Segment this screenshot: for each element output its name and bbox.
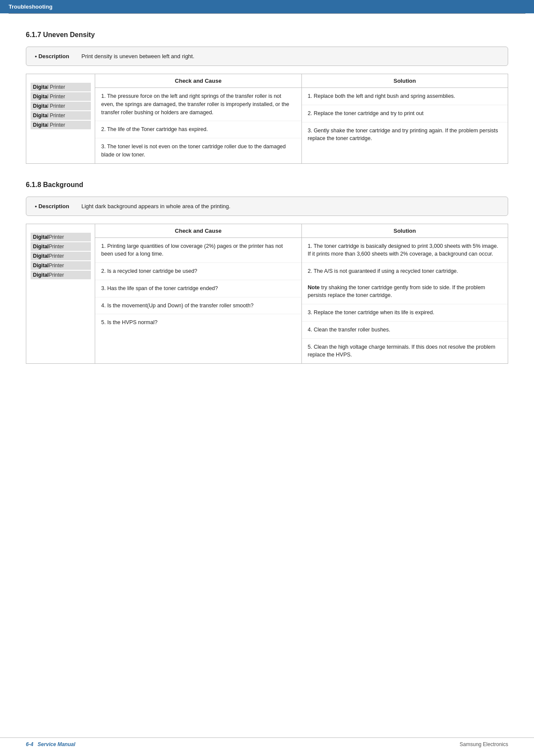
solution-item-617-1: 1. Replace both the left and right bush … — [302, 88, 508, 105]
section-618-table: Digital Printer Digital Printer Digital … — [26, 224, 508, 364]
col-header-check-618: Check and Cause — [95, 224, 302, 237]
printer-row-618-4: Digital Printer — [31, 261, 91, 270]
main-content: 6.1.7 Uneven Density • Description Print… — [0, 14, 534, 381]
check-item-617-1: 1. The pressure force on the left and ri… — [95, 88, 301, 121]
printer-row-3: Digital Printer — [31, 102, 91, 110]
section-618-title: 6.1.8 Background — [26, 181, 508, 189]
section-617-col-headers: Check and Cause Solution — [95, 74, 508, 88]
check-item-618-4: 4. Is the movement(Up and Down) of the t… — [95, 297, 301, 315]
check-item-618-1: 1. Printing large quantities of low cove… — [95, 238, 301, 263]
section-618-content-cols: Check and Cause Solution 1. Printing lar… — [95, 224, 508, 364]
check-item-617-3: 3. The toner level is not even on the to… — [95, 138, 301, 163]
section-617-printer-col: Digital Printer Digital Printer Digital … — [26, 74, 95, 163]
solution-item-617-3: 3. Gently shake the toner cartridge and … — [302, 122, 508, 147]
section-617-printer-image: Digital Printer Digital Printer Digital … — [31, 83, 91, 129]
printer-row-4: Digital Printer — [31, 111, 91, 120]
section-618-printer-image: Digital Printer Digital Printer Digital … — [31, 233, 91, 279]
section-618: 6.1.8 Background • Description Light dar… — [26, 181, 508, 364]
check-item-617-2: 2. The life of the Toner cartridge has e… — [95, 121, 301, 138]
section-617: 6.1.7 Uneven Density • Description Print… — [26, 31, 508, 164]
footer-manual: Service Manual — [37, 741, 75, 747]
section-618-printer-col: Digital Printer Digital Printer Digital … — [26, 224, 95, 364]
section-618-solution-col: 1. The toner cartridge is basically desi… — [302, 238, 508, 364]
section-617-desc-label: • Description — [35, 53, 78, 59]
printer-row-2: Digital Printer — [31, 92, 91, 101]
section-617-check-col: 1. The pressure force on the left and ri… — [95, 88, 302, 163]
printer-row-618-1: Digital Printer — [31, 233, 91, 241]
printer-row-618-5: Digital Printer — [31, 271, 91, 279]
section-617-data-rows: 1. The pressure force on the left and ri… — [95, 88, 508, 163]
section-617-solution-col: 1. Replace both the left and right bush … — [302, 88, 508, 163]
section-618-desc-box: • Description Light dark background appe… — [26, 197, 508, 216]
printer-row-618-2: Digital Printer — [31, 242, 91, 251]
check-item-618-2: 2. Is a recycled toner cartridge be used… — [95, 263, 301, 280]
printer-row-618-3: Digital Printer — [31, 252, 91, 260]
solution-item-618-1: 1. The toner cartridge is basically desi… — [302, 238, 508, 263]
footer-page: 6-4 — [26, 741, 33, 747]
solution-item-618-2: 2. The A/S is not guaranteed if using a … — [302, 263, 508, 304]
footer-right: Samsung Electronics — [459, 741, 508, 747]
footer-left: 6-4 Service Manual — [26, 741, 75, 747]
printer-row-5: Digital Printer — [31, 121, 91, 129]
section-618-data-rows: 1. Printing large quantities of low cove… — [95, 238, 508, 364]
solution-item-618-3: 3. Replace the toner cartridge when its … — [302, 304, 508, 322]
footer: 6-4 Service Manual Samsung Electronics — [0, 737, 534, 747]
section-617-desc-text: Print density is uneven between left and… — [81, 53, 194, 59]
header-bar: Troubleshooting — [0, 0, 534, 13]
header-label: Troubleshooting — [9, 3, 53, 10]
section-618-col-headers: Check and Cause Solution — [95, 224, 508, 238]
printer-row-1: Digital Printer — [31, 83, 91, 91]
check-item-618-5: 5. Is the HVPS normal? — [95, 314, 301, 331]
section-617-title: 6.1.7 Uneven Density — [26, 31, 508, 39]
section-618-desc-text: Light dark background appears in whole a… — [81, 203, 230, 209]
check-item-618-3: 3. Has the life span of the toner cartri… — [95, 280, 301, 297]
col-header-check-617: Check and Cause — [95, 74, 302, 87]
section-617-content-cols: Check and Cause Solution 1. The pressure… — [95, 74, 508, 163]
section-618-desc-label: • Description — [35, 203, 78, 209]
col-header-solution-617: Solution — [302, 74, 508, 87]
section-618-check-col: 1. Printing large quantities of low cove… — [95, 238, 302, 364]
section-617-desc-box: • Description Print density is uneven be… — [26, 47, 508, 66]
solution-item-617-2: 2. Replace the toner cartridge and try t… — [302, 105, 508, 122]
note-618-2: Note try shaking the toner cartridge gen… — [308, 284, 485, 299]
solution-item-618-4: 4. Clean the transfer roller bushes. — [302, 322, 508, 339]
section-617-table: Digital Printer Digital Printer Digital … — [26, 74, 508, 164]
solution-item-618-5: 5. Clean the high voltage charge termina… — [302, 339, 508, 364]
col-header-solution-618: Solution — [302, 224, 508, 237]
